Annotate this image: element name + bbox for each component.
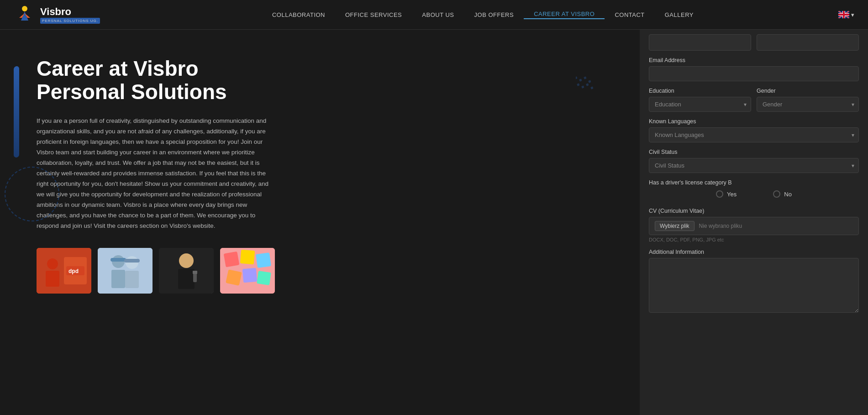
svg-rect-30 [110,258,126,262]
cv-file-name: Nie wybrano pliku [699,223,742,229]
email-field-container: Email Address [649,57,859,81]
nav-contact[interactable]: CONTACT [605,11,654,18]
education-field: Education Education ▾ [649,88,751,112]
cv-choose-file-btn[interactable]: Wybierz plik [655,221,694,231]
drivers-license-label: Has a driver's license category B [649,179,859,186]
civil-status-field-container: Civil Status Civil Status ▾ [649,149,859,173]
svg-rect-38 [193,271,197,274]
drivers-license-options: Yes No [649,189,859,201]
education-select[interactable]: Education [649,97,751,112]
svg-rect-36 [178,269,195,289]
additional-info-field: Additional Information [649,249,859,313]
decorative-bar [14,66,19,158]
svg-rect-42 [256,252,271,268]
nav-collaboration[interactable]: COLLABORATION [262,11,335,18]
svg-point-23 [47,258,58,269]
main-container: Career at VisbroPersonal Solutions If yo… [0,30,868,415]
career-image-2 [98,248,153,294]
svg-rect-37 [193,273,197,282]
top-field-right [757,34,859,51]
nav-office-services[interactable]: OFFICE SERVICES [335,11,412,18]
svg-rect-32 [125,271,139,288]
flag-icon [838,11,849,18]
cv-field-container: CV (Curriculum Vitae) Wybierz plik Nie w… [649,208,859,242]
cv-file-formats: DOCX, DOC, PDF, PNG, JPG etc [649,237,859,242]
svg-rect-13 [576,76,578,79]
license-yes-option[interactable]: Yes [716,190,736,198]
license-no-option[interactable]: No [773,190,792,198]
cv-label: CV (Curriculum Vitae) [649,208,859,214]
languages-select-wrapper: Known Languages ▾ [649,127,859,142]
svg-rect-20 [590,86,593,89]
svg-rect-41 [240,249,255,264]
education-gender-row: Education Education ▾ Gender Gender [649,88,859,112]
logo-sub-text: PERSNAL SOLUTIONS UG. [40,18,100,24]
language-dropdown-arrow: ▾ [851,11,854,18]
email-label: Email Address [649,57,859,63]
nav-right: ▾ [838,11,854,18]
career-image-3 [159,248,214,294]
gender-select[interactable]: Gender [757,97,859,112]
language-selector[interactable]: ▾ [838,11,854,18]
svg-rect-43 [226,269,242,286]
svg-rect-45 [257,271,271,285]
license-no-radio[interactable] [773,190,780,198]
svg-rect-40 [224,251,240,267]
top-field-left [649,34,751,51]
languages-select[interactable]: Known Languages [649,127,859,142]
decorative-circle [5,167,59,221]
svg-rect-44 [242,268,258,283]
svg-rect-12 [838,14,849,16]
svg-rect-15 [584,76,586,79]
license-yes-radio[interactable] [716,190,723,198]
svg-rect-19 [586,83,589,86]
form-section: Email Address Education Education ▾ Gend… [649,30,859,313]
svg-rect-29 [111,270,125,288]
nav-gallery[interactable]: GALLERY [655,11,704,18]
languages-field-container: Known Languages Known Languages ▾ [649,118,859,142]
logo-text: Visbro PERSNAL SOLUTIONS UG. [40,6,100,24]
gender-select-wrapper: Gender ▾ [757,97,859,112]
svg-rect-14 [579,79,582,81]
drivers-license-field: Has a driver's license category B Yes No [649,179,859,201]
civil-status-select-wrapper: Civil Status ▾ [649,158,859,173]
email-input[interactable] [649,66,859,81]
page-description: If you are a person full of creativity, … [37,116,274,231]
svg-text:dpd: dpd [68,268,79,274]
svg-rect-17 [577,83,579,86]
right-panel: Email Address Education Education ▾ Gend… [640,30,868,415]
nav-job-offers[interactable]: JOB OFFERS [464,11,524,18]
navbar: Visbro PERSNAL SOLUTIONS UG. COLLABORATI… [0,0,868,30]
svg-rect-24 [46,271,59,287]
svg-rect-18 [581,85,584,88]
cv-file-wrapper[interactable]: Wybierz plik Nie wybrano pliku [649,217,859,235]
nav-about-us[interactable]: ABOUT US [412,11,464,18]
logo-main-text: Visbro [40,6,100,18]
career-image-1: dpd [37,248,91,294]
gender-field: Gender Gender ▾ [757,88,859,112]
logo[interactable]: Visbro PERSNAL SOLUTIONS UG. [14,3,100,26]
top-partial-fields [649,34,859,51]
languages-label: Known Languages [649,118,859,125]
decorative-dots [576,75,603,94]
logo-icon [14,3,37,26]
page-title: Career at VisbroPersonal Solutions [37,57,612,103]
nav-career-at-visbro[interactable]: CAREER AT VISBRO [524,11,605,19]
svg-point-35 [179,253,194,268]
civil-status-select[interactable]: Civil Status [649,158,859,173]
svg-rect-16 [588,80,591,83]
gender-label: Gender [757,88,859,94]
additional-info-textarea[interactable] [649,258,859,313]
svg-rect-33 [124,259,140,263]
license-no-label: No [784,191,792,198]
education-select-wrapper: Education ▾ [649,97,751,112]
career-image-4 [220,248,275,294]
nav-links: COLLABORATION OFFICE SERVICES ABOUT US J… [127,11,838,19]
civil-status-label: Civil Status [649,149,859,155]
career-images-row: dpd [37,248,612,294]
additional-info-label: Additional Information [649,249,859,255]
left-panel: Career at VisbroPersonal Solutions If yo… [0,30,640,415]
education-label: Education [649,88,751,94]
license-yes-label: Yes [727,191,736,198]
svg-point-0 [22,6,27,11]
